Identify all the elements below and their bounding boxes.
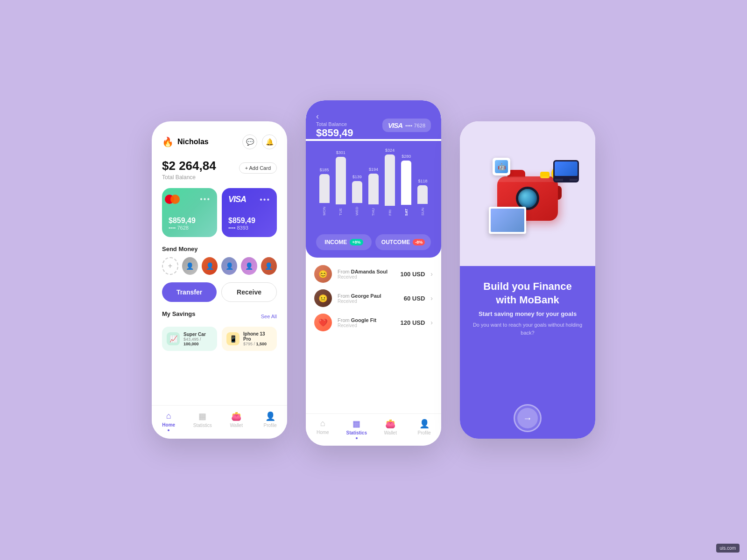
avatars-row: + 👤 👤 👤 👤 👤 (162, 257, 277, 275)
bar-thu[interactable]: $194 THU (365, 167, 381, 216)
nav-wallet[interactable]: 👛 Wallet (219, 411, 254, 431)
stats-nav-home[interactable]: ⌂ Home (306, 419, 340, 439)
bar-wed[interactable]: $139 WED (349, 175, 365, 216)
bar-mon[interactable]: $185 MON (316, 168, 332, 216)
statistics-icon: ▦ (198, 411, 206, 421)
nav-profile[interactable]: 👤 Profile (254, 411, 288, 431)
see-all-button[interactable]: See All (261, 314, 277, 319)
bar-value-thu: $194 (369, 167, 378, 172)
bar-rect-fri (385, 154, 395, 206)
txn-amount-3: 120 USD (401, 319, 425, 326)
nav-statistics[interactable]: ▦ Statistics (186, 411, 220, 431)
bar-day-wed: WED (355, 207, 359, 216)
txn-info-2: From George Paul Received (338, 293, 398, 304)
stats-nav-wallet[interactable]: 👛 Wallet (374, 419, 408, 439)
saving-icon-phone: 📱 (226, 332, 240, 345)
bar-day-mon: MON (322, 207, 326, 216)
card-visa[interactable]: VISA ••• $859,49 •••• 8393 (222, 188, 277, 237)
add-card-button[interactable]: + Add Card (239, 162, 277, 174)
stats-profile-icon: 👤 (419, 419, 430, 429)
transfer-button[interactable]: Transfer (162, 282, 217, 302)
onboard-description: Do you want to reach your goals without … (472, 321, 583, 336)
bar-tue[interactable]: $301 TUE (332, 150, 349, 216)
stats-visa-number: •••• 7628 (405, 123, 425, 128)
stats-nav-statistics[interactable]: ▦ Statistics (340, 419, 374, 439)
bar-day-fri: FRI (388, 210, 392, 216)
income-outcome-tabs: INCOME +8% OUTCOME -8% (306, 234, 441, 258)
bar-day-thu: THU (371, 208, 375, 216)
saving-amount-car: $43,495 / 100,000 (183, 337, 212, 346)
onboard-illustration: ↓ 🤖 (460, 121, 595, 266)
bar-value-tue: $301 (336, 150, 345, 155)
txn-avatar-1: 😊 (314, 265, 332, 283)
stats-balance-label: Total Balance (316, 121, 353, 127)
stats-nav-home-label: Home (317, 430, 329, 435)
bar-rect-mon (319, 174, 330, 203)
stats-visa-badge[interactable]: VISA •••• 7628 (382, 119, 431, 132)
avatar-2[interactable]: 👤 (202, 257, 218, 275)
txn-amount-2: 60 USD (404, 295, 425, 302)
stats-nav-dot (356, 437, 358, 439)
visa-logo: VISA (228, 195, 246, 204)
outcome-label: OUTCOME (381, 239, 410, 245)
stats-nav-statistics-label: Statistics (346, 430, 367, 435)
income-tab[interactable]: INCOME +8% (316, 234, 372, 250)
txn-status-2: Received (338, 299, 398, 304)
bar-fri[interactable]: $324 FRI (382, 148, 398, 216)
back-button[interactable]: ‹ (316, 112, 353, 121)
txn-info-3: From Google Fit Received (338, 317, 395, 328)
saving-card-phone[interactable]: 📱 Iphone 13 Pro $795 / 1,500 (222, 327, 277, 351)
saving-amount-phone: $795 / 1,500 (243, 342, 272, 346)
bar-sat[interactable]: $280 SAT (398, 154, 415, 216)
saving-info-car: Super Car $43,495 / 100,000 (183, 332, 212, 346)
phone-home: 🔥 Nicholas 💬 🔔 $2 264,84 Total Balance +… (152, 121, 287, 439)
transaction-3[interactable]: ❤️ From Google Fit Received 120 USD › (314, 314, 433, 331)
onboard-next-button[interactable]: → (514, 404, 542, 432)
saving-info-phone: Iphone 13 Pro $795 / 1,500 (243, 331, 272, 346)
avatar-4[interactable]: 👤 (241, 257, 257, 275)
stats-header: ‹ Total Balance $859,49 VISA •••• 7628 (306, 100, 441, 139)
saving-name-phone: Iphone 13 Pro (243, 331, 272, 342)
card1-amount: $859,49 (169, 217, 211, 225)
saving-card-car[interactable]: 📈 Super Car $43,495 / 100,000 (162, 327, 217, 351)
receive-button[interactable]: Receive (221, 282, 277, 302)
stats-nav-wallet-label: Wallet (384, 430, 397, 435)
onboard-text: Build you Finance with MoBank Start savi… (472, 280, 583, 336)
nav-home[interactable]: ⌂ Home (152, 411, 186, 431)
transaction-1[interactable]: 😊 From DAmanda Soul Received 100 USD › (314, 265, 433, 283)
card-mastercard[interactable]: ••• $859,49 •••• 7628 (162, 188, 217, 237)
fire-icon: 🔥 (162, 136, 174, 147)
card-menu-dots[interactable]: ••• (200, 195, 211, 203)
bar-value-mon: $185 (320, 168, 329, 172)
saving-icon-car: 📈 (167, 332, 180, 345)
stats-nav-profile[interactable]: 👤 Profile (408, 419, 442, 439)
bar-value-sat: $280 (402, 154, 411, 159)
txn-status-1: Received (338, 274, 395, 280)
card-menu-dots[interactable]: ••• (260, 196, 270, 204)
notification-icon[interactable]: 🔔 (262, 134, 277, 149)
avatar-1[interactable]: 👤 (182, 257, 198, 275)
bar-value-sun: $118 (418, 179, 427, 183)
card1-number: •••• 7628 (169, 225, 211, 231)
add-recipient-button[interactable]: + (162, 257, 178, 275)
avatar-3[interactable]: 👤 (221, 257, 237, 275)
stats-wallet-icon: 👛 (385, 419, 395, 429)
phone-statistics: ‹ Total Balance $859,49 VISA •••• 7628 $… (306, 100, 441, 446)
txn-chevron-3: › (430, 319, 433, 326)
bar-sun[interactable]: $118 SUN (415, 179, 431, 216)
stats-visa-logo: VISA (388, 121, 402, 129)
outcome-tab[interactable]: OUTCOME -8% (375, 234, 431, 250)
bar-day-sat: SAT (404, 209, 409, 216)
message-icon[interactable]: 💬 (242, 134, 257, 149)
income-badge: +8% (350, 239, 363, 245)
nav-wallet-label: Wallet (230, 423, 243, 428)
balance-label: Total Balance (162, 174, 277, 181)
stats-balance-amount: $859,49 (316, 127, 353, 139)
wallet-icon: 👛 (231, 411, 241, 421)
transaction-2[interactable]: 😐 From George Paul Received 60 USD › (314, 289, 433, 307)
nav-profile-label: Profile (264, 423, 277, 428)
profile-icon: 👤 (265, 411, 275, 421)
avatar-5[interactable]: 👤 (261, 257, 277, 275)
savings-header: My Savings See All (162, 310, 277, 322)
bar-day-sun: SUN (421, 208, 425, 216)
